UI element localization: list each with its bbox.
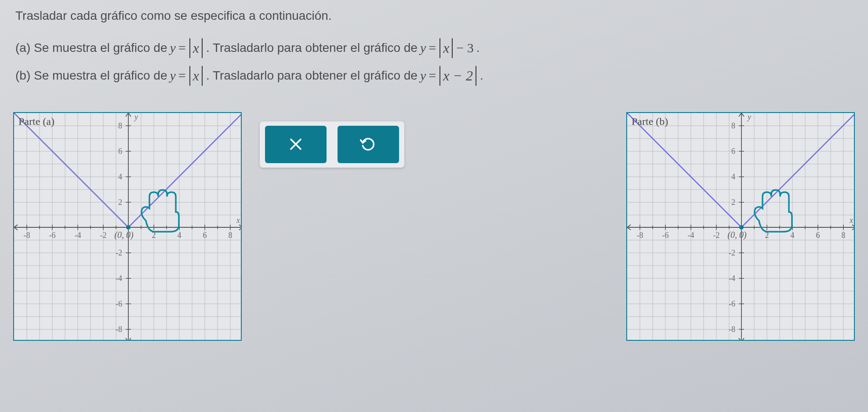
graph-b[interactable]: Parte (b) -8-6-4-22468 [626, 112, 855, 341]
svg-text:-8: -8 [116, 325, 122, 334]
abs-x-curve[interactable] [14, 113, 242, 227]
svg-text:6: 6 [118, 147, 122, 156]
vertex-label: (0, 0) [727, 230, 747, 240]
toolbar [259, 121, 405, 168]
b-mid: . Trasladarlo para obtener el gráfico de [206, 69, 418, 83]
svg-text:8: 8 [118, 121, 122, 130]
svg-text:8: 8 [842, 231, 846, 240]
svg-text:-6: -6 [729, 299, 735, 308]
abs-x-minus-2: x − 2 [439, 66, 476, 86]
svg-text:6: 6 [731, 147, 735, 156]
graph-a-svg: -8-6-4-22468 8642-2-4-6-8 x y (0, 0) [14, 113, 242, 341]
b-prefix: (b) Se muestra el gráfico de [15, 69, 167, 83]
a-end: . [476, 41, 480, 55]
reset-button[interactable] [338, 126, 399, 163]
svg-text:6: 6 [203, 231, 207, 240]
svg-text:4: 4 [178, 231, 182, 240]
svg-text:-4: -4 [116, 274, 122, 283]
svg-text:y: y [134, 113, 138, 121]
clear-button[interactable] [265, 126, 327, 163]
svg-text:4: 4 [791, 231, 795, 240]
graph-b-svg: -8-6-4-22468 8642-2-4-6-8 x y (0, 0) [627, 113, 855, 341]
eq-lhs: y [170, 68, 176, 83]
svg-text:-6: -6 [116, 299, 122, 308]
svg-text:8: 8 [731, 121, 735, 130]
abs-x: x [439, 38, 453, 58]
main-instruction: Trasladar cada gráfico como se especific… [15, 9, 855, 23]
svg-text:x: x [236, 216, 240, 225]
eq-equals: = [429, 68, 436, 83]
svg-text:-2: -2 [713, 231, 720, 240]
eq-equals: = [429, 40, 436, 55]
graph-b-label: Parte (b) [632, 116, 668, 128]
a-minus3: − 3 [456, 40, 473, 55]
svg-text:4: 4 [118, 172, 122, 181]
svg-text:2: 2 [118, 198, 122, 207]
svg-text:4: 4 [731, 172, 735, 181]
abs-x: x [189, 66, 203, 86]
graph-a-label: Parte (a) [18, 116, 54, 128]
instruction-b: (b) Se muestra el gráfico de y = x . Tra… [15, 66, 855, 86]
svg-text:-2: -2 [100, 231, 107, 240]
graph-a[interactable]: Parte (a) [13, 112, 242, 341]
a-prefix: (a) Se muestra el gráfico de [15, 41, 167, 55]
svg-text:-8: -8 [637, 231, 643, 240]
undo-icon [360, 136, 377, 153]
eq-lhs: y [420, 40, 426, 55]
abs-x: x [189, 38, 203, 58]
svg-text:-8: -8 [24, 231, 30, 240]
eq-lhs: y [420, 68, 426, 83]
svg-text:y: y [747, 113, 751, 121]
svg-text:-6: -6 [49, 231, 56, 240]
eq-equals: = [178, 68, 186, 83]
svg-text:8: 8 [229, 231, 232, 240]
svg-text:-4: -4 [729, 274, 735, 283]
vertex-label: (0, 0) [114, 230, 134, 240]
eq-lhs: y [170, 40, 176, 55]
graphs-row: Parte (a) [13, 112, 855, 341]
svg-text:6: 6 [816, 231, 820, 240]
x-icon [287, 136, 304, 153]
svg-text:-2: -2 [729, 248, 735, 257]
svg-text:-4: -4 [688, 231, 694, 240]
instruction-a: (a) Se muestra el gráfico de y = x . Tra… [15, 38, 855, 58]
svg-text:-2: -2 [116, 248, 122, 257]
svg-text:2: 2 [731, 198, 735, 207]
a-mid: . Trasladarlo para obtener el gráfico de [206, 41, 418, 55]
svg-text:-8: -8 [729, 325, 735, 334]
svg-text:-4: -4 [75, 231, 81, 240]
eq-equals: = [178, 40, 186, 55]
vertex-point[interactable] [126, 225, 131, 230]
vertex-point[interactable] [739, 225, 744, 230]
svg-text:-6: -6 [662, 231, 669, 240]
abs-x-curve[interactable] [627, 113, 855, 227]
b-end: . [480, 69, 483, 83]
svg-text:x: x [849, 216, 853, 225]
